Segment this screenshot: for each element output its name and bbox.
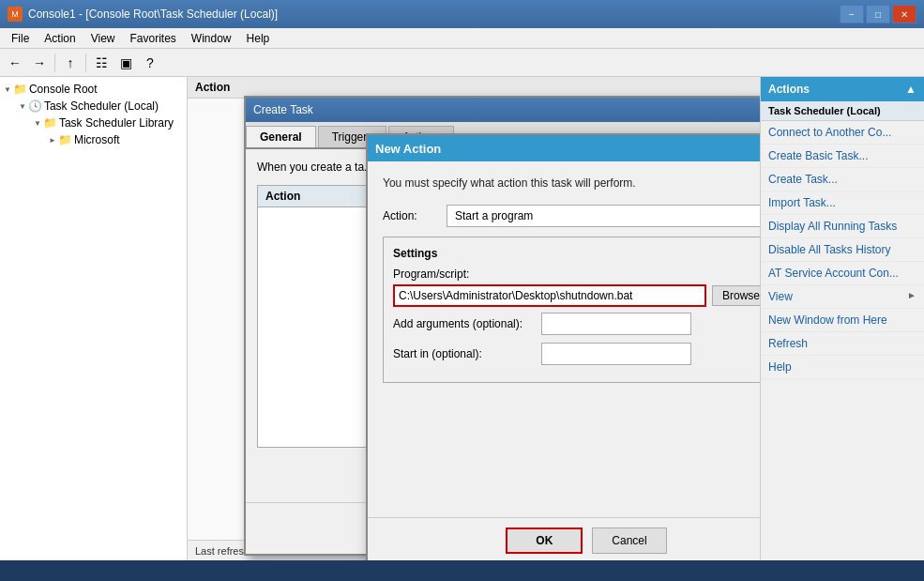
close-button[interactable]: ✕ (892, 5, 916, 23)
start-in-row: Start in (optional): (393, 343, 760, 365)
toolbar-separator-2 (85, 54, 86, 72)
instruction-text: You must specify what action this task w… (383, 176, 760, 190)
tree-item-task-scheduler[interactable]: ▼ 🕓 Task Scheduler (Local) (4, 98, 183, 115)
program-script-row: Browse... (393, 284, 760, 307)
menu-favorites[interactable]: Favorites (123, 30, 184, 47)
show-hide-button[interactable]: ☷ (90, 52, 113, 74)
action-field-row: Action: Start a program Send an e-mail D… (383, 205, 760, 227)
tree-panel: ▼ 📁 Console Root ▼ 🕓 Task Scheduler (Loc… (0, 77, 188, 560)
new-action-dialog: New Action ✕ You must specify what actio… (366, 133, 760, 560)
create-task-title: Create Task (253, 103, 313, 116)
properties-button[interactable]: ▣ (114, 52, 137, 74)
window-controls: − □ ✕ (840, 5, 916, 23)
minimize-button[interactable]: − (840, 5, 864, 23)
action-label: Action: (383, 209, 439, 222)
app-icon: M (8, 7, 23, 22)
right-create-basic[interactable]: Create Basic Task... (761, 145, 924, 168)
program-script-input[interactable] (393, 284, 706, 307)
right-new-window[interactable]: New Window from Here (761, 309, 924, 332)
actions-header-label: Actions (768, 83, 810, 96)
help-button[interactable]: ? (139, 52, 161, 74)
right-disable-history[interactable]: Disable All Tasks History (761, 238, 924, 262)
main-layout: ▼ 📁 Console Root ▼ 🕓 Task Scheduler (Loc… (0, 77, 924, 560)
menu-help[interactable]: Help (239, 30, 278, 47)
right-view[interactable]: View ► (761, 285, 924, 309)
right-at-service[interactable]: AT Service Account Con... (761, 262, 924, 285)
start-in-input[interactable] (541, 343, 691, 365)
tree-item-library[interactable]: ▼ 📁 Task Scheduler Library (4, 115, 183, 131)
new-action-footer: OK Cancel (368, 517, 760, 560)
menu-window[interactable]: Window (184, 30, 239, 47)
add-arguments-row: Add arguments (optional): (393, 313, 760, 335)
window-title: Console1 - [Console Root\Task Scheduler … (28, 8, 278, 21)
center-panel: Action Create Task ✕ General Triggers Ac… (188, 77, 760, 560)
scheduler-section-header: Task Scheduler (Local) (761, 101, 924, 121)
title-bar: M Console1 - [Console Root\Task Schedule… (0, 0, 924, 28)
back-button[interactable]: ← (4, 52, 26, 74)
menu-file[interactable]: File (4, 30, 37, 47)
view-arrow-icon: ► (907, 290, 916, 303)
right-panel-collapse-icon[interactable]: ▲ (905, 83, 916, 96)
status-text: Last refresh (195, 545, 250, 557)
create-task-title-bar: Create Task ✕ (246, 98, 760, 122)
tree-item-console-root[interactable]: ▼ 📁 Console Root (4, 81, 183, 98)
right-import[interactable]: Import Task... (761, 191, 924, 215)
right-panel: Actions ▲ Task Scheduler (Local) Connect… (760, 77, 924, 560)
tab-general[interactable]: General (246, 126, 316, 147)
new-action-title-bar: New Action ✕ (368, 135, 760, 161)
tree-item-microsoft[interactable]: ► 📁 Microsoft (4, 131, 183, 148)
forward-button[interactable]: → (28, 52, 51, 74)
add-arguments-label: Add arguments (optional): (393, 317, 534, 330)
right-connect[interactable]: Connect to Another Co... (761, 121, 924, 145)
settings-group: Settings Program/script: Browse... Add a… (383, 237, 760, 383)
browse-button[interactable]: Browse... (712, 285, 760, 306)
add-arguments-input[interactable] (541, 313, 691, 335)
toolbar: ← → ↑ ☷ ▣ ? (0, 49, 924, 77)
right-panel-header: Actions ▲ (761, 77, 924, 101)
cancel-button[interactable]: Cancel (592, 527, 666, 554)
maximize-button[interactable]: □ (866, 5, 890, 23)
program-script-label: Program/script: (393, 268, 760, 281)
right-refresh[interactable]: Refresh (761, 332, 924, 356)
menu-view[interactable]: View (83, 30, 123, 47)
menu-action[interactable]: Action (37, 30, 83, 47)
toolbar-separator-1 (54, 54, 55, 72)
right-display-running[interactable]: Display All Running Tasks (761, 215, 924, 238)
up-button[interactable]: ↑ (59, 52, 82, 74)
settings-label: Settings (393, 247, 760, 260)
menu-bar: File Action View Favorites Window Help (0, 28, 924, 49)
ok-button[interactable]: OK (506, 527, 583, 554)
action-select[interactable]: Start a program Send an e-mail Display a… (447, 205, 760, 227)
new-action-title: New Action (375, 142, 441, 156)
right-help[interactable]: Help (761, 356, 924, 379)
new-action-content: You must specify what action this task w… (368, 161, 760, 407)
right-create-task[interactable]: Create Task... (761, 168, 924, 191)
start-in-label: Start in (optional): (393, 347, 534, 360)
